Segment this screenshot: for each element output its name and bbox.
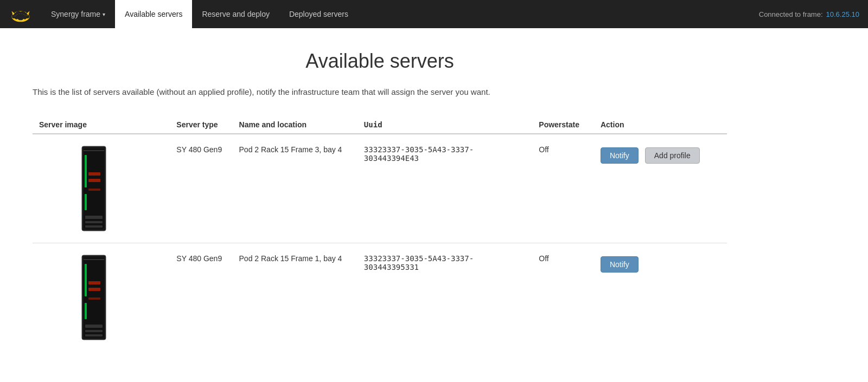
server-blade-image — [80, 145, 123, 232]
svg-rect-18 — [88, 281, 100, 284]
brand-logo — [9, 4, 33, 24]
svg-rect-23 — [85, 334, 103, 336]
server-type: SY 480 Gen9 — [170, 243, 232, 352]
page-title: Available servers — [33, 50, 727, 73]
connection-info: Connected to frame: 10.6.25.10 — [759, 10, 859, 18]
batman-icon — [9, 4, 33, 24]
server-uuid: 33323337-3035-5A43-3337-303443394E43 — [358, 134, 532, 243]
add-profile-button[interactable]: Add profile — [645, 147, 700, 164]
server-uuid: 33323337-3035-5A43-3337-303443395331 — [358, 243, 532, 352]
svg-rect-7 — [88, 172, 100, 176]
col-header-image: Server image — [33, 116, 170, 134]
svg-rect-22 — [85, 330, 103, 332]
nav-synergy-frame[interactable]: Synergy frame ▾ — [41, 0, 115, 28]
table-row: SY 480 Gen9Pod 2 Rack 15 Frame 3, bay 43… — [33, 134, 727, 243]
server-image-cell — [33, 134, 170, 243]
server-type: SY 480 Gen9 — [170, 134, 232, 243]
server-blade-image — [80, 254, 123, 341]
col-header-power: Powerstate — [532, 116, 594, 134]
svg-rect-19 — [88, 288, 100, 291]
notify-button[interactable]: Notify — [601, 256, 639, 273]
connected-ip[interactable]: 10.6.25.10 — [826, 10, 859, 18]
server-name-location: Pod 2 Rack 15 Frame 3, bay 4 — [233, 134, 358, 243]
page-description: This is the list of servers available (w… — [33, 86, 575, 99]
col-header-type: Server type — [170, 116, 232, 134]
navbar: Synergy frame ▾ Available servers Reserv… — [0, 0, 868, 28]
svg-rect-10 — [85, 216, 103, 219]
chevron-down-icon: ▾ — [103, 11, 105, 17]
nav-available-servers[interactable]: Available servers — [115, 0, 192, 28]
col-header-uuid: Uuid — [358, 116, 532, 134]
svg-rect-11 — [85, 221, 103, 223]
col-header-action: Action — [594, 116, 727, 134]
svg-rect-6 — [85, 194, 87, 210]
nav-reserve-deploy[interactable]: Reserve and deploy — [192, 0, 279, 28]
server-powerstate: Off — [532, 243, 594, 352]
servers-table: Server image Server type Name and locati… — [33, 116, 727, 352]
server-powerstate: Off — [532, 134, 594, 243]
svg-rect-12 — [85, 225, 103, 228]
svg-rect-21 — [85, 325, 103, 328]
svg-rect-9 — [88, 189, 100, 191]
server-image-cell — [33, 243, 170, 352]
server-action-cell: Notify — [594, 243, 727, 352]
col-header-name: Name and location — [233, 116, 358, 134]
svg-rect-8 — [88, 179, 100, 182]
main-content: Available servers This is the list of se… — [0, 28, 760, 373]
table-body: SY 480 Gen9Pod 2 Rack 15 Frame 3, bay 43… — [33, 134, 727, 352]
server-action-cell: NotifyAdd profile — [594, 134, 727, 243]
table-row: SY 480 Gen9Pod 2 Rack 15 Frame 1, bay 43… — [33, 243, 727, 352]
table-header: Server image Server type Name and locati… — [33, 116, 727, 134]
notify-button[interactable]: Notify — [601, 147, 639, 164]
nav-deployed-servers[interactable]: Deployed servers — [279, 0, 358, 28]
svg-rect-20 — [88, 297, 100, 300]
server-name-location: Pod 2 Rack 15 Frame 1, bay 4 — [233, 243, 358, 352]
svg-rect-5 — [85, 155, 87, 187]
svg-rect-16 — [85, 264, 87, 296]
svg-rect-17 — [85, 303, 87, 319]
